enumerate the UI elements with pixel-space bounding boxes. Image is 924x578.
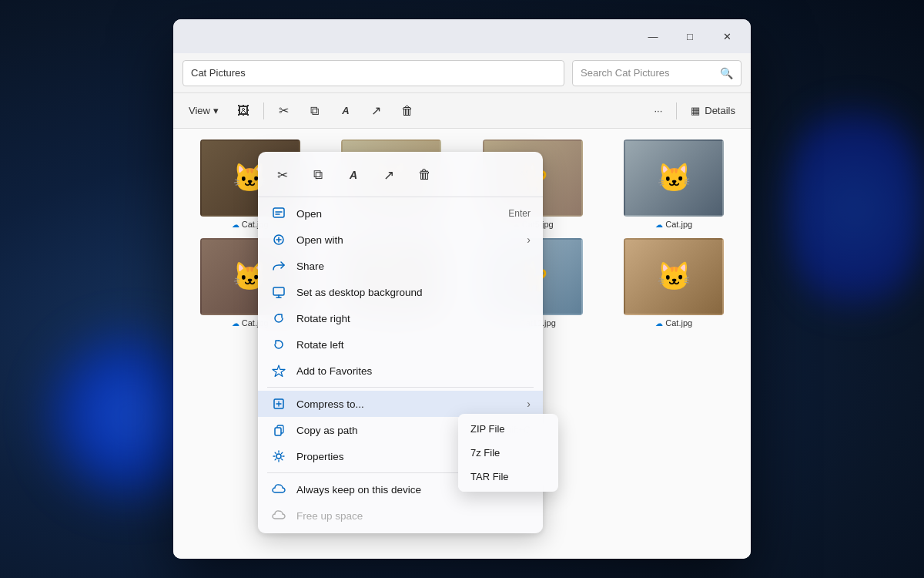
cat-image: 🐱	[625, 240, 722, 314]
ctx-open-label: Open	[296, 208, 499, 220]
svg-rect-2	[273, 287, 284, 295]
ctx-free-space-label: Free up space	[296, 510, 531, 522]
delete-button[interactable]: 🗑	[393, 98, 421, 124]
view-label: View	[189, 105, 210, 116]
file-label: Cat.jpg	[665, 318, 692, 328]
rotate-left-icon	[270, 336, 287, 353]
titlebar: — □ ✕	[173, 19, 751, 53]
maximize-button[interactable]: □	[672, 24, 708, 49]
desktop-bg-icon	[270, 284, 287, 301]
ctx-open-with-item[interactable]: Open with ›	[258, 227, 543, 253]
ctx-rotate-right-label: Rotate right	[296, 313, 531, 324]
favorites-icon	[270, 362, 287, 379]
file-name: ☁ Cat.jpg	[655, 220, 692, 229]
properties-icon	[270, 448, 287, 465]
toolbar-image-icon[interactable]: 🖼	[229, 98, 257, 124]
cloud-icon: ☁	[655, 220, 663, 229]
content-area: 🐱 ☁ Cat.jpg 🐱 ☁ at05.jpg 🐈	[173, 129, 751, 559]
ctx-free-space-item: Free up space	[258, 502, 543, 529]
titlebar-buttons: — □ ✕	[635, 24, 745, 49]
context-toolbar: ✂ ⧉ A ↗ 🗑	[258, 156, 543, 197]
ctx-desktop-bg-item[interactable]: Set as desktop background	[258, 279, 543, 305]
list-item[interactable]: 🐱 ☁ Cat.jpg	[608, 139, 741, 229]
details-button[interactable]: ▦ Details	[683, 98, 743, 124]
free-space-icon	[270, 507, 287, 524]
submenu-tar-item[interactable]: TAR File	[458, 465, 558, 489]
open-with-icon	[270, 231, 287, 248]
ctx-desktop-bg-label: Set as desktop background	[296, 287, 531, 298]
view-button[interactable]: View ▾	[181, 98, 226, 124]
compress-submenu: ZIP File 7z File TAR File	[458, 414, 558, 492]
ctx-properties-label: Properties	[296, 451, 483, 462]
ctx-open-item[interactable]: Open Enter	[258, 200, 543, 227]
address-bar: Cat Pictures Search Cat Pictures 🔍	[173, 53, 751, 93]
ctx-compress-item[interactable]: Compress to... ›	[258, 391, 543, 417]
file-thumbnail: 🐱	[624, 238, 724, 315]
ctx-favorites-item[interactable]: Add to Favorites	[258, 358, 543, 384]
cloud-icon: ☁	[232, 220, 239, 229]
ctx-rotate-left-label: Rotate left	[296, 339, 531, 351]
svg-rect-4	[275, 428, 281, 435]
svg-point-5	[276, 454, 281, 459]
search-placeholder: Search Cat Pictures	[581, 67, 670, 79]
toolbar-separator-2	[676, 102, 677, 119]
cloud-icon: ☁	[232, 319, 239, 328]
toolbar: View ▾ 🖼 ✂ ⧉ A ↗ 🗑 ··· ▦ Details	[173, 93, 751, 129]
compress-icon	[270, 395, 287, 412]
ctx-open-with-label: Open with	[296, 234, 517, 246]
ctx-compress-arrow: ›	[527, 398, 531, 410]
submenu-zip-item[interactable]: ZIP File	[458, 417, 558, 441]
close-button[interactable]: ✕	[709, 24, 745, 49]
ctx-share-button[interactable]: ↗	[373, 161, 404, 189]
explorer-window: — □ ✕ Cat Pictures Search Cat Pictures 🔍…	[173, 19, 751, 559]
ctx-copy-path-label: Copy as path	[296, 425, 471, 436]
details-label: Details	[705, 105, 735, 116]
view-chevron-icon: ▾	[213, 105, 219, 116]
cat-image: 🐱	[625, 141, 722, 215]
share-icon	[270, 257, 287, 274]
search-box[interactable]: Search Cat Pictures 🔍	[572, 60, 742, 86]
ctx-compress-label: Compress to...	[296, 398, 517, 410]
ctx-cut-button[interactable]: ✂	[267, 161, 298, 189]
search-icon: 🔍	[720, 67, 733, 79]
copy-path-icon	[270, 422, 287, 439]
ctx-separator-1	[267, 387, 534, 388]
ctx-open-shortcut: Enter	[508, 208, 531, 219]
submenu-7z-item[interactable]: 7z File	[458, 441, 558, 465]
open-icon	[270, 205, 287, 222]
cloud-icon: ☁	[655, 319, 663, 328]
list-item[interactable]: 🐱 ☁ Cat.jpg	[608, 238, 741, 328]
minimize-button[interactable]: —	[635, 24, 671, 49]
file-thumbnail: 🐱	[624, 139, 724, 217]
more-button[interactable]: ···	[646, 98, 670, 124]
ctx-rename-button[interactable]: A	[338, 161, 369, 189]
copy-button[interactable]: ⧉	[301, 98, 329, 124]
keep-device-icon	[270, 481, 287, 498]
ctx-rotate-right-item[interactable]: Rotate right	[258, 305, 543, 331]
ctx-rotate-left-item[interactable]: Rotate left	[258, 331, 543, 358]
file-label: Cat.jpg	[665, 220, 692, 229]
ctx-copy-button[interactable]: ⧉	[303, 161, 333, 189]
rotate-right-icon	[270, 310, 287, 327]
rename-button[interactable]: A	[332, 98, 360, 124]
cut-button[interactable]: ✂	[270, 98, 298, 124]
ctx-share-label: Share	[296, 260, 531, 272]
ctx-share-item[interactable]: Share	[258, 253, 543, 279]
address-path: Cat Pictures	[191, 67, 246, 79]
details-icon: ▦	[691, 105, 700, 116]
share-button[interactable]: ↗	[363, 98, 390, 124]
ctx-open-with-arrow: ›	[527, 234, 531, 246]
svg-rect-0	[273, 208, 284, 217]
toolbar-separator-1	[263, 102, 264, 119]
ctx-favorites-label: Add to Favorites	[296, 365, 531, 377]
file-name: ☁ Cat.jpg	[655, 318, 692, 328]
ctx-delete-button[interactable]: 🗑	[409, 161, 440, 189]
address-input[interactable]: Cat Pictures	[182, 60, 564, 86]
